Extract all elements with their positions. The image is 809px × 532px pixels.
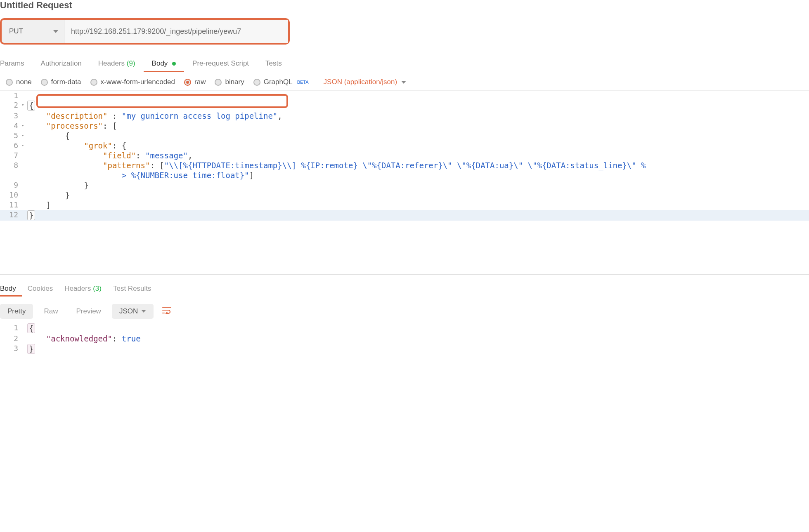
body-type-binary-label: binary (225, 78, 244, 86)
chevron-down-icon (141, 310, 146, 313)
line-number: 1 (0, 91, 21, 100)
body-type-formdata[interactable]: form-data (41, 78, 81, 86)
response-tab-headers[interactable]: Headers (3) (59, 282, 107, 296)
line-number: 10 (0, 190, 21, 200)
body-type-row: none form-data x-www-form-urlencoded raw… (0, 72, 809, 90)
dot-icon (172, 62, 176, 66)
code-line: "acknowledged": true (27, 334, 809, 344)
body-type-raw-label: raw (194, 78, 206, 86)
radio-icon (6, 79, 13, 86)
line-number: 4 (0, 121, 21, 131)
method-select[interactable]: PUT (2, 20, 64, 43)
response-format-label: JSON (119, 307, 138, 315)
body-type-binary[interactable]: binary (215, 78, 244, 86)
line-number: 1 (0, 323, 21, 334)
line-number: 8 (0, 160, 21, 170)
tab-headers[interactable]: Headers (9) (90, 56, 144, 72)
radio-icon (215, 79, 222, 86)
line-number: 12 (0, 210, 21, 221)
code-line: "description" : "my gunicorn access log … (27, 111, 809, 121)
response-tab-headers-label: Headers (64, 285, 91, 292)
line-number: 5 (0, 131, 21, 141)
request-body-editor[interactable]: 1 2▾{ 3 "description" : "my gunicorn acc… (0, 90, 809, 221)
tab-authorization[interactable]: Authorization (33, 56, 90, 72)
body-type-urlencoded-label: x-www-form-urlencoded (101, 78, 175, 86)
preview-button[interactable]: Preview (69, 304, 108, 319)
line-number: 3 (0, 344, 21, 354)
tab-body[interactable]: Body (144, 56, 184, 72)
line-number (0, 170, 21, 180)
code-line: } (27, 344, 809, 354)
response-body-editor[interactable]: 1{ 2 "acknowledged": true 3} (0, 323, 809, 354)
fold-icon[interactable]: ▾ (21, 141, 27, 151)
radio-icon (41, 79, 48, 86)
line-number: 3 (0, 111, 21, 121)
request-tabs: Params Authorization Headers (9) Body Pr… (0, 45, 809, 72)
highlight-box (36, 94, 288, 108)
code-line: "grok": { (27, 141, 809, 151)
pretty-button[interactable]: Pretty (0, 304, 33, 319)
line-number: 7 (0, 151, 21, 160)
response-format-select[interactable]: JSON (112, 304, 154, 319)
response-tab-tests[interactable]: Test Results (107, 282, 157, 296)
fold-icon[interactable]: ▾ (21, 131, 27, 141)
code-line: { (27, 323, 809, 334)
body-type-raw[interactable]: raw (184, 78, 206, 86)
code-line: "patterns": ["\\[%{HTTPDATE:timestamp}\\… (27, 160, 809, 170)
body-type-formdata-label: form-data (51, 78, 81, 86)
code-line: } (27, 190, 809, 200)
code-line: } (27, 210, 809, 221)
body-type-none-label: none (16, 78, 32, 86)
body-type-none[interactable]: none (6, 78, 32, 86)
url-input[interactable]: http://192.168.251.179:9200/_ingest/pipe… (64, 20, 288, 43)
code-line: > %{NUMBER:use_time:float}"] (27, 170, 809, 180)
code-line: "field": "message", (27, 151, 809, 160)
response-tab-cookies[interactable]: Cookies (22, 282, 59, 296)
radio-icon (90, 79, 97, 86)
chevron-down-icon (53, 30, 58, 33)
tab-prerequest[interactable]: Pre-request Script (184, 56, 257, 72)
method-label: PUT (9, 27, 23, 35)
body-type-urlencoded[interactable]: x-www-form-urlencoded (90, 78, 175, 86)
beta-badge: BETA (297, 80, 309, 85)
line-number: 11 (0, 200, 21, 210)
fold-icon[interactable]: ▾ (21, 121, 27, 131)
tab-headers-label: Headers (98, 59, 125, 67)
content-type-label: JSON (application/json) (324, 78, 397, 86)
content-type-select[interactable]: JSON (application/json) (324, 78, 407, 86)
chevron-down-icon (401, 81, 406, 84)
response-toolbar: Pretty Raw Preview JSON (0, 296, 809, 323)
code-line: { (27, 131, 809, 141)
line-number: 2 (0, 100, 21, 111)
tab-params[interactable]: Params (0, 56, 33, 72)
raw-button[interactable]: Raw (36, 304, 65, 319)
tab-body-label: Body (152, 59, 168, 67)
tab-tests[interactable]: Tests (257, 56, 290, 72)
wrap-lines-icon[interactable] (157, 304, 177, 319)
code-line: "processors": [ (27, 121, 809, 131)
request-name: Untitled Request (0, 0, 809, 18)
line-number: 9 (0, 180, 21, 190)
code-line: } (27, 180, 809, 190)
body-type-graphql[interactable]: GraphQLBETA (253, 78, 309, 86)
line-number: 2 (0, 334, 21, 344)
line-number: 6 (0, 141, 21, 151)
code-line: ] (27, 200, 809, 210)
fold-icon[interactable]: ▾ (21, 100, 27, 111)
response-tab-body[interactable]: Body (0, 282, 22, 296)
radio-icon (253, 79, 260, 86)
radio-icon (184, 79, 191, 86)
tab-headers-count: (9) (127, 59, 135, 67)
body-type-graphql-label: GraphQL (264, 78, 293, 86)
response-tabs: Body Cookies Headers (3) Test Results (0, 282, 809, 296)
url-bar: PUT http://192.168.251.179:9200/_ingest/… (0, 18, 290, 45)
response-headers-count: (3) (93, 285, 102, 292)
